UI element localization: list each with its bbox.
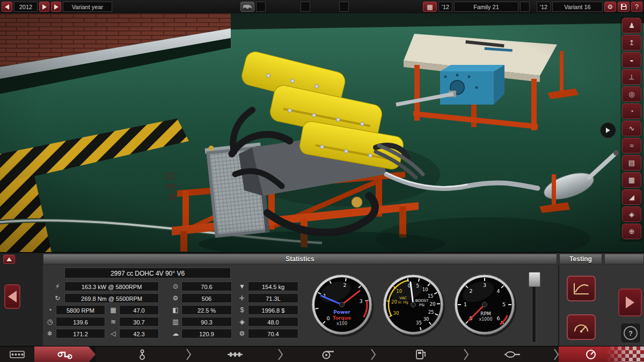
tab-fuel-system[interactable] <box>374 346 466 362</box>
settings-button[interactable]: ⚙ <box>604 2 616 12</box>
viewport-3d[interactable]: GER <box>0 13 644 252</box>
tab-engine-block[interactable] <box>0 346 34 362</box>
tab-separator-icon <box>277 346 284 362</box>
max-rpm-value: 5800 RPM <box>56 305 105 315</box>
engine-title: 2997 cc DOHC 4V 90° V6 <box>64 268 231 278</box>
tab-valvetrain[interactable] <box>189 346 281 362</box>
car-slot-1[interactable] <box>256 2 266 12</box>
oil-can-icon: ◒ <box>630 56 634 64</box>
weight-icon: ▼ <box>237 282 247 291</box>
rpm-slider[interactable] <box>528 271 540 343</box>
cooling-value: 171.2 <box>56 329 105 338</box>
car-icon <box>243 5 252 9</box>
year-play-button[interactable] <box>51 2 61 12</box>
max-rpm-icon: ◔ <box>45 305 55 315</box>
variant-slot[interactable] <box>520 2 530 12</box>
sidebar-toggle-button[interactable] <box>600 122 616 138</box>
tab-exhaust[interactable] <box>466 346 559 362</box>
top-bar: 2012 Variant year ▦ '12 Family 21 '12 Va… <box>0 0 644 14</box>
material-cost-value: 1996.8 $ <box>248 305 298 315</box>
dyno-curve-icon <box>571 280 591 297</box>
family-name-field[interactable]: Family 21 <box>454 2 518 12</box>
year-back-button[interactable] <box>2 2 12 12</box>
sidebar-tool-hose[interactable]: ≈ <box>622 138 641 153</box>
tab-separator-icon <box>186 346 192 362</box>
help-button-top[interactable]: ? <box>631 2 642 12</box>
svg-text:10: 10 <box>422 287 428 292</box>
save-button[interactable] <box>618 2 630 12</box>
sidebar-tool-oil-can[interactable]: ◒ <box>622 52 641 68</box>
emissions-icon: ☁ <box>171 329 180 338</box>
play-icon <box>54 4 58 10</box>
family-button[interactable]: ▦ <box>423 2 437 12</box>
svg-text:4: 4 <box>496 288 500 294</box>
prev-arrow-icon <box>8 291 17 302</box>
sidebar-tool-clutch[interactable]: ◎ <box>622 86 641 102</box>
question-mark-icon: ? <box>624 326 638 340</box>
testing-header: Testing <box>559 254 602 264</box>
year-forward-button[interactable] <box>39 2 49 12</box>
svg-text:BOOST: BOOST <box>415 299 429 303</box>
vignette <box>0 13 644 252</box>
svg-text:35: 35 <box>416 320 422 326</box>
stand-icon: ⊥ <box>628 73 634 81</box>
car-slot-2[interactable] <box>301 2 310 12</box>
statistics-header: Statistics <box>43 254 557 264</box>
sidebar-tool-parts[interactable]: ▦ <box>622 172 641 188</box>
family-year-badge: '12 <box>438 2 452 12</box>
svg-text:Torque: Torque <box>333 315 352 321</box>
checkered-flag-pattern <box>606 346 644 362</box>
svg-text:30: 30 <box>423 316 429 322</box>
sidebar-tool-hoist[interactable]: ↥ <box>622 35 641 50</box>
year-field[interactable]: 2012 <box>14 2 38 12</box>
hoist-icon: ↥ <box>629 39 635 47</box>
weight-value: 154.5 kg <box>248 282 298 291</box>
tab-conrods-pistons[interactable] <box>96 346 189 362</box>
fuel-pump-icon <box>413 349 428 360</box>
svg-text:x1000: x1000 <box>479 317 492 322</box>
sidebar-tool-move[interactable]: ⊕ <box>622 224 641 239</box>
tab-separator-icon <box>553 346 560 362</box>
tab-crankshaft[interactable] <box>34 346 96 362</box>
tab-separator-icon <box>370 346 377 362</box>
slider-handle[interactable] <box>529 272 540 287</box>
smoothness-value: 30.7 <box>119 317 159 327</box>
sidebar-tool-belt[interactable]: ∿ <box>622 121 641 136</box>
sidebar-tool-turbo[interactable]: ◔ <box>622 104 641 119</box>
dyno-gauge-button[interactable] <box>567 314 596 340</box>
statistics-panel: Statistics Testing 2997 cc DOHC 4V 90° V… <box>0 252 644 347</box>
fuel-consumption-value: 90.3 <box>181 317 232 327</box>
svg-text:20: 20 <box>430 301 436 307</box>
sidebar-tool-pedal[interactable]: ◢ <box>622 189 641 205</box>
variant-year-label[interactable]: Variant year <box>63 2 112 12</box>
smoothness-icon: ≋ <box>108 317 118 327</box>
variant-year-badge: '12 <box>537 2 551 12</box>
help-button[interactable]: ? <box>620 323 641 343</box>
viewport-3d-scene[interactable]: GER <box>0 13 644 252</box>
responsiveness-icon: ⊙ <box>171 282 180 291</box>
svg-text:6: 6 <box>496 315 500 321</box>
dyno-curve-button[interactable] <box>567 276 596 301</box>
reliability-icon: ◷ <box>45 317 55 327</box>
test-gauge-icon <box>584 349 597 360</box>
car-link-button[interactable] <box>240 2 254 12</box>
prev-view-button[interactable] <box>4 284 20 309</box>
car-slot-3[interactable] <box>339 2 349 12</box>
tab-testing-results[interactable] <box>559 346 644 362</box>
material-cost-icon: $ <box>237 305 247 315</box>
variant-name-field[interactable]: Variant 16 <box>552 2 603 12</box>
svg-text:PSI: PSI <box>419 303 425 307</box>
responsiveness-value: 70.6 <box>181 282 232 291</box>
panel-collapse-button[interactable] <box>3 255 15 264</box>
right-tool-column: ♟ ↥ ◒ ⊥ ◎ ◔ ∿ ≈ ▤ ▦ ◢ ◈ ⊕ <box>620 17 643 242</box>
sidebar-tool-stand[interactable]: ⊥ <box>622 69 641 85</box>
right-arrow-icon <box>42 4 47 10</box>
tab-aspiration[interactable] <box>281 346 374 362</box>
next-view-button[interactable] <box>618 289 642 316</box>
svg-text:3: 3 <box>360 298 363 304</box>
torque-icon: ↻ <box>53 293 62 303</box>
sidebar-tool-jug[interactable]: ◈ <box>622 206 641 222</box>
sidebar-tool-stack[interactable]: ▤ <box>622 155 641 171</box>
svg-text:30: 30 <box>393 311 399 316</box>
sidebar-tool-figure[interactable]: ♟ <box>622 18 641 33</box>
